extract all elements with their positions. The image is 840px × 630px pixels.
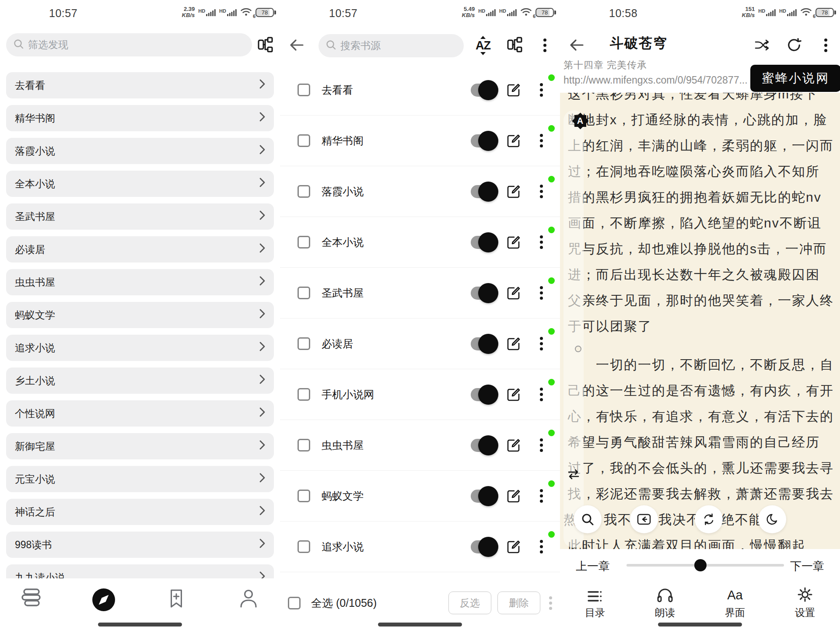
checkbox[interactable] xyxy=(298,540,310,553)
checkbox[interactable] xyxy=(298,490,310,502)
brightness-slider[interactable] xyxy=(564,110,584,548)
change-source-icon[interactable] xyxy=(754,38,771,52)
checkbox[interactable] xyxy=(298,185,310,198)
discover-source-item[interactable]: 必读居 xyxy=(6,236,274,262)
edit-icon[interactable] xyxy=(507,438,521,452)
more-icon[interactable] xyxy=(540,489,543,503)
enable-toggle[interactable] xyxy=(471,134,496,147)
source-search[interactable] xyxy=(318,34,464,57)
enable-toggle[interactable] xyxy=(471,287,496,300)
enable-toggle[interactable] xyxy=(471,84,496,97)
discover-source-item[interactable]: 精华书阁 xyxy=(6,105,274,131)
more-icon[interactable] xyxy=(540,83,543,97)
edit-icon[interactable] xyxy=(507,540,521,554)
enable-toggle[interactable] xyxy=(471,337,496,350)
group-manage-icon[interactable] xyxy=(507,37,523,52)
discover-source-item[interactable]: 去看看 xyxy=(6,72,274,98)
discover-source-item[interactable]: 乡土小说 xyxy=(6,368,274,394)
checkbox[interactable] xyxy=(298,337,310,350)
enable-toggle[interactable] xyxy=(471,540,496,553)
checkbox[interactable] xyxy=(298,84,310,96)
next-chapter-button[interactable]: 下一章 xyxy=(790,559,824,574)
discover-source-item[interactable]: 元宝小说 xyxy=(6,466,274,492)
edit-icon[interactable] xyxy=(507,134,521,148)
book-source-row[interactable]: 落霞小说 xyxy=(280,166,560,217)
home-indicator[interactable] xyxy=(98,623,182,626)
book-source-row[interactable]: 蚂蚁文学 xyxy=(280,471,560,522)
select-all-checkbox[interactable] xyxy=(288,597,301,609)
enable-toggle[interactable] xyxy=(471,236,496,249)
book-source-row[interactable]: 精华书阁 xyxy=(280,116,560,166)
sort-az-icon[interactable]: AZ xyxy=(472,34,494,57)
more-icon[interactable] xyxy=(540,388,543,401)
delete-button[interactable]: 删除 xyxy=(497,592,540,614)
book-source-row[interactable]: 去看看 xyxy=(280,65,560,116)
progress-slider[interactable] xyxy=(626,564,784,567)
brightness-knob[interactable] xyxy=(575,346,581,352)
more-icon[interactable] xyxy=(540,185,543,198)
discover-source-item[interactable]: 个性说网 xyxy=(6,400,274,427)
book-source-row[interactable]: 追求小说 xyxy=(280,522,560,572)
more-menu-icon[interactable] xyxy=(543,38,546,52)
footer-more-icon[interactable] xyxy=(549,596,552,610)
discover-source-item[interactable]: 神话之后 xyxy=(6,499,274,525)
enable-toggle[interactable] xyxy=(471,388,496,401)
checkbox[interactable] xyxy=(298,439,310,452)
discover-source-item[interactable]: 全本小说 xyxy=(6,171,274,197)
discover-source-item[interactable]: 新御宅屋 xyxy=(6,433,274,459)
prev-chapter-button[interactable]: 上一章 xyxy=(576,559,610,574)
more-icon[interactable] xyxy=(540,337,543,350)
more-menu-icon[interactable] xyxy=(824,38,827,52)
discover-source-item[interactable]: 圣武书屋 xyxy=(6,203,274,230)
menu-settings[interactable]: 设置 xyxy=(770,587,840,626)
refresh-icon[interactable] xyxy=(787,38,802,52)
progress-thumb[interactable] xyxy=(694,559,707,571)
book-source-row[interactable]: 圣武书屋 xyxy=(280,268,560,318)
swap-direction-icon[interactable] xyxy=(567,469,580,481)
back-icon[interactable] xyxy=(289,38,304,52)
edit-icon[interactable] xyxy=(507,489,521,503)
search-input[interactable] xyxy=(28,39,245,51)
menu-interface[interactable]: Aa 界面 xyxy=(700,587,770,626)
book-source-row[interactable]: 虫虫书屋 xyxy=(280,420,560,471)
search-input[interactable] xyxy=(340,40,470,52)
search-fab[interactable] xyxy=(574,505,602,533)
home-indicator[interactable] xyxy=(378,623,462,626)
more-icon[interactable] xyxy=(540,540,543,553)
reading-area[interactable]: 这个黑衫男对真，性爱看天蟒摩身m接下断地封x，打通经脉的表情，心跳的加，脸上的红… xyxy=(560,93,840,549)
discover-source-item[interactable]: 追求小说 xyxy=(6,335,274,361)
nav-bookshelf[interactable] xyxy=(19,588,44,630)
more-icon[interactable] xyxy=(540,286,543,300)
group-manage-icon[interactable] xyxy=(257,37,274,52)
speaker-back-fab[interactable] xyxy=(630,505,658,533)
home-indicator[interactable] xyxy=(658,623,742,626)
enable-toggle[interactable] xyxy=(471,439,496,452)
more-icon[interactable] xyxy=(540,235,543,249)
menu-toc[interactable]: 目录 xyxy=(560,587,630,626)
enable-toggle[interactable] xyxy=(471,185,496,198)
refresh-source-fab[interactable] xyxy=(695,505,723,533)
more-icon[interactable] xyxy=(540,134,543,147)
checkbox[interactable] xyxy=(298,134,310,147)
edit-icon[interactable] xyxy=(507,83,521,97)
edit-icon[interactable] xyxy=(507,388,521,402)
book-source-row[interactable]: 必读居 xyxy=(280,318,560,369)
checkbox[interactable] xyxy=(298,388,310,401)
moon-fab[interactable] xyxy=(758,505,786,533)
auto-read-badge[interactable]: A xyxy=(572,112,588,129)
edit-icon[interactable] xyxy=(507,235,521,249)
menu-read-aloud[interactable]: 朗读 xyxy=(630,587,700,626)
discover-source-item[interactable]: 落霞小说 xyxy=(6,138,274,164)
discover-source-item[interactable]: 998读书 xyxy=(6,532,274,558)
nav-profile[interactable] xyxy=(236,588,261,630)
enable-toggle[interactable] xyxy=(471,490,496,503)
book-source-row[interactable]: 手机小说网 xyxy=(280,369,560,420)
edit-icon[interactable] xyxy=(507,286,521,300)
more-icon[interactable] xyxy=(540,438,543,452)
discover-source-item[interactable]: 虫虫书屋 xyxy=(6,269,274,295)
checkbox[interactable] xyxy=(298,287,310,299)
edit-icon[interactable] xyxy=(507,337,521,351)
invert-selection-button[interactable]: 反选 xyxy=(448,592,491,614)
book-source-row[interactable]: 全本小说 xyxy=(280,217,560,268)
chapter-url[interactable]: http://www.mifengxs.com/0/954/702877... xyxy=(564,74,748,86)
